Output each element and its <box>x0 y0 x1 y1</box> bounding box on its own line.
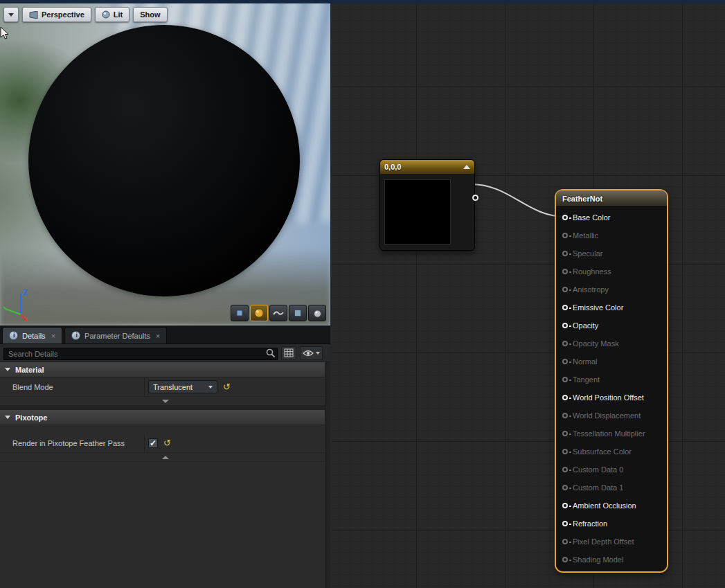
close-icon[interactable]: × <box>51 332 55 340</box>
constant-node-header[interactable]: 0,0,0 <box>380 160 474 174</box>
pin-row[interactable]: Opacity Mask <box>556 335 667 353</box>
plane-icon <box>273 309 284 317</box>
viewport-options-button[interactable] <box>3 7 19 22</box>
close-icon[interactable]: × <box>156 332 160 340</box>
pin-row[interactable]: Ambient Occlusion <box>556 497 667 515</box>
section-header-pixotope[interactable]: Pixotope <box>0 410 330 425</box>
sphere-icon <box>254 308 264 318</box>
pin-row[interactable]: Shading Model <box>556 551 667 569</box>
preview-cube-button[interactable] <box>289 305 307 321</box>
preview-teapot-button[interactable] <box>308 305 326 321</box>
lit-label: Lit <box>114 10 123 19</box>
view-options-button[interactable] <box>300 346 323 360</box>
pin-row[interactable]: Pixel Depth Offset <box>556 533 667 551</box>
pin-row[interactable]: Opacity <box>556 317 667 335</box>
input-pin-icon[interactable] <box>562 431 568 436</box>
collapse-icon[interactable] <box>463 165 470 169</box>
input-pin-icon[interactable] <box>562 557 568 562</box>
input-pin-icon[interactable] <box>562 251 568 256</box>
pin-label: Opacity <box>573 321 598 330</box>
preview-cylinder-button[interactable] <box>231 305 249 321</box>
material-preview-viewport[interactable]: Perspective Lit Show <box>0 3 330 326</box>
input-pin-icon[interactable] <box>562 233 568 238</box>
reset-to-default-icon[interactable] <box>163 438 171 447</box>
eye-icon <box>303 349 314 357</box>
input-pin-icon[interactable] <box>562 485 568 490</box>
pin-label: Opacity Mask <box>573 339 619 348</box>
pin-label: World Displacement <box>573 411 641 420</box>
tab-parameter-defaults[interactable]: Parameter Defaults × <box>64 327 167 344</box>
input-pin-icon[interactable] <box>562 521 568 526</box>
constant-color-node[interactable]: 0,0,0 <box>379 159 475 251</box>
info-icon <box>71 331 80 340</box>
input-pin-icon[interactable] <box>562 269 568 274</box>
pin-row[interactable]: World Displacement <box>556 407 667 425</box>
search-input[interactable] <box>3 348 278 360</box>
pin-row[interactable]: World Position Offset <box>556 389 667 407</box>
pin-row[interactable]: Subsurface Color <box>556 443 667 461</box>
tab-details[interactable]: Details × <box>2 327 62 344</box>
perspective-label: Perspective <box>42 10 84 19</box>
pin-row[interactable]: Refraction <box>556 515 667 533</box>
pin-row[interactable]: Specular <box>556 244 667 262</box>
input-pin-icon[interactable] <box>562 449 568 454</box>
material-node-header[interactable]: FeatherNot <box>556 190 667 207</box>
left-panel: Perspective Lit Show <box>0 0 330 588</box>
input-pin-icon[interactable] <box>562 323 568 328</box>
viewport-toolbar: Perspective Lit Show <box>3 7 168 22</box>
input-pin-icon[interactable] <box>562 395 568 400</box>
lit-button[interactable]: Lit <box>95 7 129 22</box>
material-graph-canvas[interactable]: 0,0,0 FeatherNot Base ColorMetallicSpecu… <box>332 0 725 588</box>
info-icon <box>9 331 18 340</box>
pin-row[interactable]: Normal <box>556 353 667 371</box>
material-result-node[interactable]: FeatherNot Base ColorMetallicSpecularRou… <box>556 190 667 571</box>
teapot-icon <box>312 309 323 318</box>
details-scrollbar[interactable] <box>325 362 330 588</box>
pin-row[interactable]: Tessellation Multiplier <box>556 425 667 443</box>
color-swatch[interactable] <box>384 179 451 244</box>
pin-row[interactable]: Metallic <box>556 226 667 244</box>
input-pin-icon[interactable] <box>562 467 568 472</box>
pin-row[interactable]: Custom Data 0 <box>556 461 667 479</box>
details-body: Material Blend Mode Translucent Pixotope… <box>0 362 330 588</box>
gizmo-x-label: x <box>24 314 28 321</box>
input-pin-icon[interactable] <box>562 215 568 220</box>
grid-icon <box>284 348 294 357</box>
feather-pass-value <box>144 434 330 452</box>
mouse-cursor <box>0 26 10 40</box>
feather-pass-checkbox[interactable] <box>148 438 158 448</box>
preview-plane-button[interactable] <box>269 305 287 321</box>
pin-row[interactable]: Tangent <box>556 371 667 389</box>
pin-row[interactable]: Roughness <box>556 262 667 280</box>
advanced-expander[interactable] <box>0 397 330 406</box>
section-header-material[interactable]: Material <box>0 362 330 377</box>
blend-mode-dropdown[interactable]: Translucent <box>148 380 217 393</box>
perspective-button[interactable]: Perspective <box>22 7 91 22</box>
pin-label: Anisotropy <box>573 285 609 294</box>
pin-row[interactable]: Custom Data 1 <box>556 479 667 497</box>
pin-row[interactable]: Base Color <box>556 208 667 226</box>
input-pin-icon[interactable] <box>562 287 568 292</box>
display-filter-button[interactable] <box>281 346 296 360</box>
preview-sphere-button[interactable] <box>250 305 268 321</box>
input-pin-icon[interactable] <box>562 539 568 544</box>
wire-constant-to-basecolor[interactable] <box>471 184 566 217</box>
chevron-down-icon <box>316 352 320 355</box>
pin-row[interactable]: Emissive Color <box>556 299 667 317</box>
output-pin[interactable] <box>472 195 478 201</box>
material-node-title: FeatherNot <box>562 195 602 203</box>
input-pin-icon[interactable] <box>562 341 568 346</box>
input-pin-icon[interactable] <box>562 413 568 418</box>
input-pin-icon[interactable] <box>562 305 568 310</box>
input-pin-icon[interactable] <box>562 377 568 382</box>
collapse-expander[interactable] <box>0 453 330 462</box>
pin-row[interactable]: Anisotropy <box>556 280 667 299</box>
chevron-down-icon <box>208 386 213 389</box>
lit-mode-icon <box>102 10 110 19</box>
reset-to-default-icon[interactable] <box>223 382 231 391</box>
input-pin-icon[interactable] <box>562 503 568 508</box>
show-button[interactable]: Show <box>133 7 167 22</box>
input-pin-icon[interactable] <box>562 359 568 364</box>
constant-node-title: 0,0,0 <box>384 163 401 171</box>
details-search-row <box>0 344 330 362</box>
